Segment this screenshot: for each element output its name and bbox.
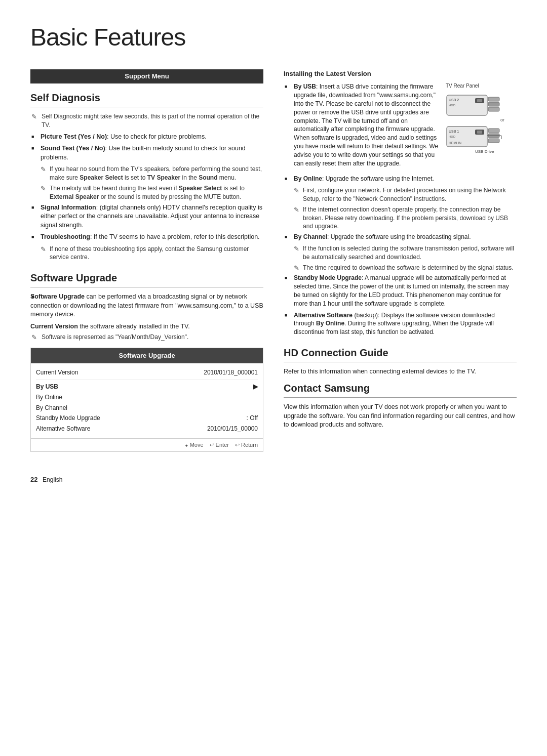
software-table-header: Software Upgrade (31, 348, 263, 363)
self-diagnosis-pencil-note: Self Diagnostic might take few seconds, … (30, 112, 263, 130)
svg-text:or: or (500, 117, 504, 122)
alternative-software-bullet: Alternative Software (backup): Displays … (284, 311, 517, 337)
sound-test-sub1: If you hear no sound from the TV's speak… (30, 165, 263, 182)
svg-rect-5 (488, 97, 499, 101)
table-row-alternative[interactable]: Alternative Software 2010/01/15_00000 (36, 424, 258, 434)
standby-label: Standby Mode Upgrade (36, 414, 100, 423)
support-menu-bar: Support Menu (30, 69, 263, 83)
current-version-label: Current Version the software already ins… (30, 322, 263, 331)
svg-text:USB 1: USB 1 (449, 130, 459, 133)
by-online-label: By Online (36, 393, 62, 402)
current-version-key: Current Version (36, 368, 78, 377)
table-row-standby[interactable]: Standby Mode Upgrade : Off (36, 413, 258, 424)
sound-test-sub2: The melody will be heard during the test… (30, 184, 263, 201)
left-column: Support Menu Self Diagnosis Self Diagnos… (30, 69, 263, 455)
self-diagnosis-title: Self Diagnosis (30, 91, 263, 107)
installing-title: Installing the Latest Version (284, 69, 517, 78)
table-nav: ⬥ Move ↵ Enter ↩ Return (31, 438, 263, 451)
table-row-by-online[interactable]: By Online (36, 392, 258, 403)
table-row-by-channel[interactable]: By Channel (36, 403, 258, 413)
page-number: 22 (30, 476, 37, 483)
by-channel-sub1: If the function is selected during the s… (284, 244, 517, 262)
tv-diagram-svg: USB 2 HDD or USB 1 HDD (446, 91, 517, 157)
software-upgrade-intro: Software Upgrade can be performed via a … (30, 292, 263, 319)
alternative-value: 2010/01/15_00000 (207, 425, 258, 433)
nav-return: ↩ Return (235, 441, 258, 449)
svg-rect-6 (488, 102, 499, 106)
standby-value: : Off (247, 414, 258, 423)
svg-rect-13 (477, 131, 482, 134)
by-usb-arrow: ▶ (253, 383, 258, 391)
nav-move: ⬥ Move (185, 441, 204, 449)
software-upgrade-table: Software Upgrade Current Version 2010/01… (30, 348, 263, 452)
page-footer: 22 English (30, 475, 517, 484)
svg-rect-16 (488, 139, 499, 143)
bullet-picture-test: Picture Test (Yes / No): Use to check fo… (30, 133, 263, 142)
by-online-bullet: By Online: Upgrade the software using th… (284, 175, 517, 183)
by-usb-bullet: By USB: Insert a USB drive containing th… (284, 82, 441, 167)
svg-rect-4 (477, 99, 482, 102)
bullet-sound-test: Sound Test (Yes / No): Use the built-in … (30, 144, 263, 162)
alternative-label: Alternative Software (36, 425, 90, 433)
hd-connection-title: HD Connection Guide (284, 346, 517, 362)
by-channel-label: By Channel (36, 404, 67, 412)
table-row-current-version: Current Version 2010/01/18_000001 (36, 367, 258, 380)
software-table-body: Current Version 2010/01/18_000001 By USB… (31, 363, 263, 438)
svg-text:HDD: HDD (449, 135, 456, 138)
by-channel-bullet: By Channel: Upgrade the software using t… (284, 233, 517, 241)
svg-rect-7 (488, 107, 499, 111)
by-channel-sub2: The time required to download the softwa… (284, 264, 517, 272)
by-usb-block: By USB: Insert a USB drive containing th… (284, 82, 517, 170)
standby-mode-bullet: Standby Mode Upgrade: A manual upgrade w… (284, 274, 517, 308)
table-row-by-usb[interactable]: By USB ▶ (36, 382, 258, 392)
svg-text:HDD: HDD (449, 104, 456, 107)
software-pencil-note: Software is represented as "Year/Month/D… (30, 333, 263, 342)
footer-language: English (43, 476, 62, 483)
software-upgrade-title: Software Upgrade (30, 271, 263, 287)
troubleshooting-sub1: If none of these troubleshooting tips ap… (30, 245, 263, 262)
bullet-signal-info: Signal Information: (digital channels on… (30, 203, 263, 230)
page-title: Basic Features (30, 20, 517, 54)
hd-connection-text: Refer to this information when connectin… (284, 367, 517, 376)
by-online-sub1: First, configure your network. For detai… (284, 186, 517, 203)
contact-samsung-title: Contact Samsung (284, 381, 517, 398)
nav-enter: ↵ Enter (210, 441, 229, 449)
by-usb-description: By USB: Insert a USB drive containing th… (284, 82, 441, 170)
tv-rear-panel-label: TV Rear Panel (446, 82, 517, 90)
right-column: Installing the Latest Version By USB: In… (284, 69, 517, 455)
contact-samsung-text: View this information when your TV does … (284, 403, 517, 430)
svg-text:USB Drive: USB Drive (475, 149, 494, 154)
svg-text:HDMI IN: HDMI IN (449, 141, 461, 145)
by-online-sub2: If the internet connection doesn't opera… (284, 205, 517, 231)
tv-rear-panel-diagram: TV Rear Panel USB 2 HDD or (446, 82, 517, 170)
svg-rect-14 (488, 129, 499, 133)
svg-text:USB 2: USB 2 (449, 98, 459, 102)
bullet-troubleshooting: Troubleshooting: If the TV seems to have… (30, 233, 263, 242)
by-usb-label: By USB (36, 383, 58, 391)
current-version-val: 2010/01/18_000001 (204, 368, 258, 377)
